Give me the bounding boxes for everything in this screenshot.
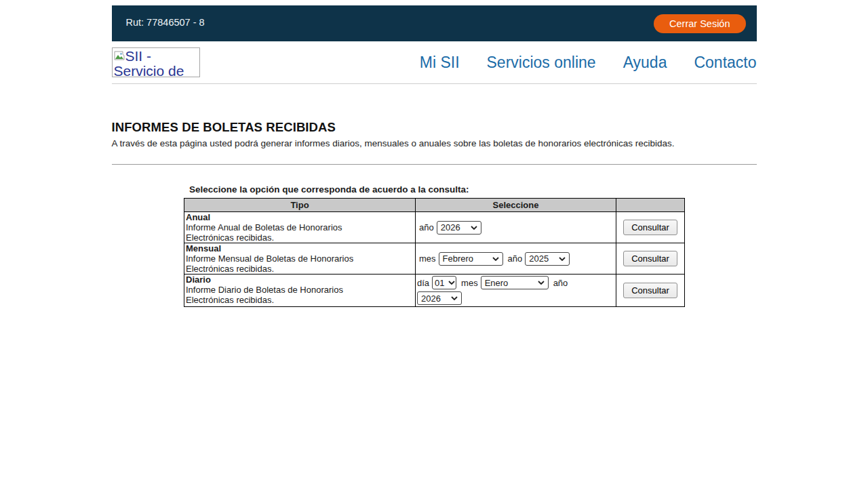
informes-table: Tipo Seleccione Anual Informe Anual de B… <box>184 198 685 307</box>
mensual-month-label: mes <box>419 253 436 264</box>
consultar-anual-button[interactable]: Consultar <box>623 220 677 235</box>
row-description: Informe Mensual de Boletas de Honorarios… <box>186 253 363 274</box>
diario-action-cell: Consultar <box>616 274 685 307</box>
main-nav: Mi SII Servicios online Ayuda Contacto <box>420 54 757 72</box>
session-topbar: Rut: 77846507 - 8 Cerrar Sesión <box>112 5 757 41</box>
anual-action-cell: Consultar <box>616 212 685 243</box>
nav-link-servicios-online[interactable]: Servicios online <box>487 54 596 72</box>
diario-month-select[interactable]: Enero <box>481 276 549 289</box>
diario-day-select[interactable]: 01 <box>432 276 456 289</box>
anual-tipo-cell: Anual Informe Anual de Boletas de Honora… <box>184 212 416 243</box>
table-row-diario: Diario Informe Diario de Boletas de Hono… <box>184 274 685 307</box>
mensual-year-value: 2025 <box>529 253 549 264</box>
anual-year-value: 2026 <box>441 222 460 232</box>
anual-year-select[interactable]: 2026 <box>437 221 481 235</box>
nav-link-contacto[interactable]: Contacto <box>694 54 756 72</box>
diario-month-value: Enero <box>485 278 509 288</box>
column-header-tipo: Tipo <box>184 199 416 212</box>
nav-link-ayuda[interactable]: Ayuda <box>623 54 667 72</box>
diario-seleccione-cell: día 01 mes Enero año <box>416 274 616 307</box>
rut-label: Rut: 77846507 - 8 <box>126 17 205 28</box>
chevron-down-icon <box>445 281 455 285</box>
table-header-row: Tipo Seleccione <box>184 199 685 212</box>
nav-link-mi-sii[interactable]: Mi SII <box>420 54 460 72</box>
consultar-diario-button[interactable]: Consultar <box>623 283 677 298</box>
row-description: Informe Anual de Boletas de Honorarios E… <box>186 222 363 243</box>
anual-seleccione-cell: año 2026 <box>416 212 616 243</box>
consultar-mensual-button[interactable]: Consultar <box>623 251 677 266</box>
page-description: A través de esta página usted podrá gene… <box>112 138 757 148</box>
mensual-year-label: año <box>508 253 523 264</box>
diario-day-label: día <box>417 278 429 288</box>
mensual-month-select[interactable]: Febrero <box>439 252 503 266</box>
chevron-down-icon <box>534 281 545 285</box>
column-header-empty <box>616 199 685 212</box>
mensual-tipo-cell: Mensual Informe Mensual de Boletas de Ho… <box>184 243 416 274</box>
page-container: Rut: 77846507 - 8 Cerrar Sesión SII - Se… <box>112 5 757 307</box>
page-title: INFORMES DE BOLETAS RECIBIDAS <box>112 120 757 135</box>
sii-logo-broken-image[interactable]: SII - Servicio de <box>112 47 200 77</box>
diario-year-value: 2026 <box>421 293 441 304</box>
row-type-label: Anual <box>186 212 414 222</box>
mensual-action-cell: Consultar <box>616 243 685 274</box>
site-header: SII - Servicio de Mi SII Servicios onlin… <box>112 41 757 84</box>
chevron-down-icon <box>467 226 477 230</box>
diario-year-select[interactable]: 2026 <box>417 291 462 305</box>
chevron-down-icon <box>448 296 458 300</box>
diario-month-label: mes <box>461 278 478 288</box>
mensual-month-value: Febrero <box>443 253 474 264</box>
consulta-section: Seleccione la opción que corresponda de … <box>184 184 684 307</box>
logout-button[interactable]: Cerrar Sesión <box>654 14 745 33</box>
diario-day-value: 01 <box>435 278 444 288</box>
table-row-anual: Anual Informe Anual de Boletas de Honora… <box>184 212 685 243</box>
column-header-seleccione: Seleccione <box>416 199 616 212</box>
anual-year-label: año <box>419 222 434 232</box>
mensual-year-select[interactable]: 2025 <box>525 252 570 266</box>
mensual-seleccione-cell: mes Febrero año 2025 <box>416 243 616 274</box>
table-row-mensual: Mensual Informe Mensual de Boletas de Ho… <box>184 243 685 274</box>
broken-image-icon <box>114 49 125 64</box>
row-description: Informe Diario de Boletas de Honorarios … <box>186 285 363 305</box>
diario-year-label: año <box>553 278 568 288</box>
row-type-label: Mensual <box>186 243 414 253</box>
chevron-down-icon <box>555 257 566 261</box>
diario-tipo-cell: Diario Informe Diario de Boletas de Hono… <box>184 274 416 307</box>
row-type-label: Diario <box>186 274 414 285</box>
content-divider <box>112 164 757 165</box>
chevron-down-icon <box>489 257 499 261</box>
consulta-prompt: Seleccione la opción que corresponda de … <box>184 184 684 195</box>
